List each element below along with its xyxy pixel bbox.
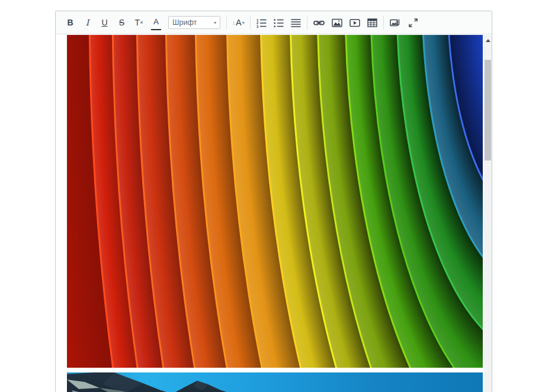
chevron-down-icon: ▾ [242,20,245,25]
scrollbar-up-button[interactable] [484,36,492,44]
font-size-letter: A [236,18,242,27]
image-button[interactable] [332,15,342,30]
vertical-scrollbar[interactable] [484,35,492,392]
bold-button[interactable]: B [65,15,75,30]
bulleted-list-button[interactable] [274,15,284,30]
video-button[interactable] [349,15,360,30]
align-justify-icon [291,18,301,28]
image-icon [332,18,342,28]
rich-text-editor: B I U S T× A Шрифт ▾ ↕ A ▾ 123 [55,11,492,392]
editor-toolbar: B I U S T× A Шрифт ▾ ↕ A ▾ 123 [56,11,492,34]
text-color-button[interactable]: A [151,15,161,30]
numbered-list-button[interactable]: 123 [256,15,267,30]
align-justify-button[interactable] [291,15,301,30]
table-button[interactable] [367,15,377,30]
bulleted-list-icon [274,18,284,28]
attach-image-button[interactable] [390,15,401,30]
editor-content-area[interactable] [56,34,492,392]
image-attach-icon [390,18,401,28]
chevron-down-icon: ▾ [214,20,216,25]
remove-format-t: T [134,18,140,27]
updown-arrows-icon: ↕ [232,20,235,26]
italic-button[interactable]: I [82,15,92,30]
mountain-photo-image[interactable] [67,372,483,392]
toolbar-separator [307,16,307,30]
link-button[interactable] [313,15,325,30]
maximize-icon [408,18,418,28]
font-family-dropdown[interactable]: Шрифт ▾ [168,16,220,29]
strikethrough-button[interactable]: S [117,15,127,30]
rainbow-arcs-image[interactable] [67,35,483,368]
scrollbar-thumb[interactable] [485,60,491,160]
table-icon [367,18,377,28]
remove-format-x: × [140,20,143,25]
toolbar-separator [383,16,384,30]
video-icon [349,18,360,28]
underline-button[interactable]: U [100,15,110,30]
link-icon [313,18,325,28]
numbered-list-icon: 123 [256,18,267,28]
remove-format-button[interactable]: T× [134,15,144,30]
svg-text:3: 3 [256,24,259,28]
toolbar-separator [226,16,227,30]
font-size-button[interactable]: ↕ A ▾ [232,18,245,27]
triangle-up-icon [486,39,490,42]
font-family-value: Шрифт [172,18,197,27]
toolbar-separator [250,16,251,30]
maximize-button[interactable] [408,15,418,30]
